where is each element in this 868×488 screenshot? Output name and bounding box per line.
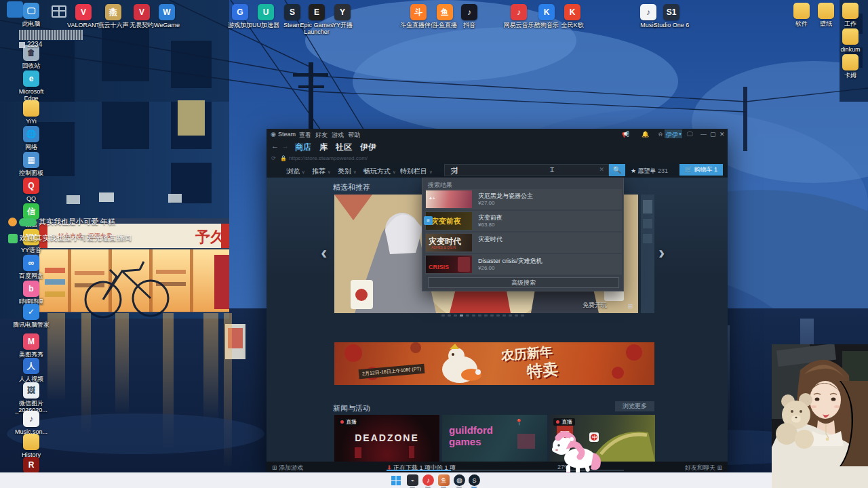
desktop-icon-哔哩哔哩[interactable]: b哔哩哔哩 <box>12 281 51 305</box>
menu-games[interactable]: 游戏 <box>332 131 344 140</box>
carousel-prev-arrow[interactable]: ‹ <box>321 242 327 264</box>
store-menu-recommended[interactable]: 推荐 ∨ <box>312 167 331 176</box>
desktop-icon-控制面板[interactable]: ▦控制面板 <box>12 152 51 176</box>
watermark-id: 2234 <box>27 41 42 48</box>
news-tile-guildford[interactable]: guildford games 📍 <box>442 415 547 462</box>
steam-titlebar[interactable]: ◉ Steam 查看 好友 游戏 帮助 📢 🔔 ⍾ 伊伊 ▼ 🖵 — ▢ ✕ <box>267 129 728 140</box>
desktop-icon-人人视频[interactable]: 人人人视频 <box>12 358 51 382</box>
free-to-play-label: 免费开玩 <box>583 301 607 310</box>
desktop-icon-MicrosoftEdge[interactable]: eMicrosoft Edge <box>12 70 51 102</box>
platform-icons: ⊞ <box>627 303 633 310</box>
advanced-search-button[interactable]: 高级搜索 <box>428 277 619 288</box>
chat-welcome-message: 欢迎其实我也是小可爱光临直播间 <box>8 233 132 243</box>
desktop-icon-工作[interactable]: 工作 <box>831 3 868 27</box>
folder-icon <box>842 28 859 45</box>
desktop-icon-全民K歌[interactable]: K全民K歌 <box>553 4 592 28</box>
taskbar-app-douyu[interactable]: 鱼 <box>438 474 450 486</box>
desktop-icon-YY开播[interactable]: YYY开播 <box>323 4 362 28</box>
app-icon: b <box>23 281 39 297</box>
desktop-icon-微信图片2026020[interactable]: 🖼微信图片_2026020... <box>12 382 51 413</box>
menu-help[interactable]: 帮助 <box>348 131 360 140</box>
forward-button[interactable]: → <box>281 142 289 150</box>
app-icon: M <box>23 333 39 350</box>
url-text[interactable]: https://store.steampowered.com/ <box>289 155 368 161</box>
profile-caret-icon: ▼ <box>678 132 682 136</box>
desktop-icon-QQ[interactable]: QQQ <box>12 178 51 202</box>
download-status[interactable]: ⬇ 正在下载 1 项中的 1 项 <box>387 464 456 472</box>
desktop-icon-回收站[interactable]: 🗑回收站 <box>12 45 51 69</box>
taskbar[interactable]: ⌁ ♪ 鱼 ◍ S <box>0 472 868 488</box>
folder-icon <box>842 54 859 70</box>
menu-view[interactable]: 查看 <box>299 131 311 140</box>
taskbar-app-browser[interactable]: ◍ <box>454 474 465 486</box>
carousel-next-arrow[interactable]: › <box>658 242 665 264</box>
desktop-icon-YiYi[interactable]: YiYi <box>12 100 51 125</box>
minimize-button[interactable]: — <box>701 131 707 138</box>
profile-name[interactable]: 伊伊 <box>666 131 678 140</box>
desktop-icon-抖音[interactable]: ♪抖音 <box>450 4 489 28</box>
app-icon: ✓ <box>23 304 39 320</box>
svg-text:中: 中 <box>592 434 597 441</box>
folder-icon <box>23 100 39 117</box>
friends-chat-button[interactable]: 好友和聊天 ⊞ <box>685 464 722 472</box>
app-icon: V <box>75 4 92 20</box>
desktop-icon-腾讯电脑管家[interactable]: ✓腾讯电脑管家 <box>12 304 51 328</box>
announcements-icon[interactable]: 📢 <box>622 131 629 138</box>
store-menu-playstyle[interactable]: 畅玩方式 ∨ <box>363 167 396 176</box>
desktop-icon-美图秀秀[interactable]: M美图秀秀 <box>12 333 51 358</box>
nav-library[interactable]: 库 <box>319 142 328 153</box>
watermark-window-icon <box>52 5 66 18</box>
profile-figure-icon[interactable]: ⍾ <box>658 131 663 138</box>
folder-icon <box>842 3 859 19</box>
app-icon: ♪ <box>511 4 527 20</box>
desktop-icon-卡姆[interactable]: 卡姆 <box>831 54 868 79</box>
folder-icon <box>23 434 39 450</box>
app-icon: K <box>564 4 580 20</box>
desktop-icon-Musicson[interactable]: ♪Music.son... <box>12 411 51 435</box>
banner-title-2: 特卖 <box>526 359 559 382</box>
refresh-icon[interactable]: ⟳ <box>271 155 276 161</box>
search-button[interactable]: 🔍 <box>609 164 625 176</box>
store-menu-browse[interactable]: 浏览 ∨ <box>286 167 305 176</box>
start-button[interactable] <box>390 474 401 486</box>
taskbar-app-netease[interactable]: ♪ <box>422 474 434 486</box>
nav-profile[interactable]: 伊伊 <box>360 142 376 153</box>
browse-more-button[interactable]: 浏览更多 <box>615 401 654 411</box>
menu-friends[interactable]: 好友 <box>315 131 328 140</box>
taskbar-app-steam[interactable]: S <box>469 474 480 486</box>
maximize-button[interactable]: ▢ <box>710 131 716 138</box>
taskbar-app-capture[interactable]: ⌁ <box>407 474 418 486</box>
carousel-dots[interactable] <box>441 314 524 317</box>
search-input[interactable]: 灾 | Ꮖ ✕ <box>444 164 609 176</box>
bell-icon[interactable]: 🔔 <box>642 131 649 138</box>
nav-community[interactable]: 社区 <box>336 142 352 153</box>
sale-banner[interactable]: 农历新年 特卖 2月12日-16日上午10时 (PT) <box>334 342 654 385</box>
close-button[interactable]: ✕ <box>719 131 725 138</box>
cart-button[interactable]: 🛒 购物车 1 <box>679 164 723 176</box>
search-result-item[interactable]: ✦+ 灾厄黑龙与瓷器公主 ¥27.00 <box>425 189 622 209</box>
douyu-logo-icon <box>7 1 23 18</box>
search-result-item[interactable]: 灾变前夜 ≡ 灾变前夜 ¥63.80 <box>425 211 622 231</box>
steam-window: ◉ Steam 查看 好友 游戏 帮助 📢 🔔 ⍾ 伊伊 ▼ 🖵 — ▢ ✕ ←… <box>267 129 728 472</box>
search-result-item[interactable]: CRISIS Disaster crisis/灾难危机 ¥26.00 <box>425 254 622 274</box>
news-tile-deadzone[interactable]: 直播 DEADZONE <box>334 415 439 462</box>
clear-search-icon[interactable]: ✕ <box>599 166 604 173</box>
wishlist-link[interactable]: ★ 愿望单 231 <box>631 167 668 176</box>
app-icon: ∞ <box>23 255 39 271</box>
add-game-button[interactable]: ⊞ 添加游戏 <box>272 464 303 472</box>
watermark-barcode <box>19 30 83 40</box>
bigpicture-icon[interactable]: 🖵 <box>687 131 693 138</box>
store-menu-categories[interactable]: 类别 ∨ <box>338 167 357 176</box>
desktop-icon-History[interactable]: History <box>12 434 51 458</box>
back-button[interactable]: ← <box>271 142 279 150</box>
app-icon: 人 <box>23 358 39 374</box>
desktop-icon-百度网盘[interactable]: ∞百度网盘 <box>12 255 51 279</box>
app-icon: W <box>159 4 175 20</box>
desktop-icon-WeGame[interactable]: WWeGame <box>147 4 186 28</box>
desktop-icon-dinkum[interactable]: dinkum <box>831 28 868 53</box>
desktop-icon-网络[interactable]: 🌐网络 <box>12 126 51 150</box>
store-nav: 浏览 ∨ 推荐 ∨ 类别 ∨ 畅玩方式 ∨ 特别栏目 ∨ 灾 | Ꮖ ✕ 🔍 ★… <box>267 163 728 178</box>
desktop-icon-StudioOne6[interactable]: S1Studio One 6 <box>652 4 691 28</box>
store-menu-special[interactable]: 特别栏目 ∨ <box>400 167 433 176</box>
search-result-item[interactable]: 灾变时代ASHES & QILIN 灾变时代 <box>425 232 622 253</box>
